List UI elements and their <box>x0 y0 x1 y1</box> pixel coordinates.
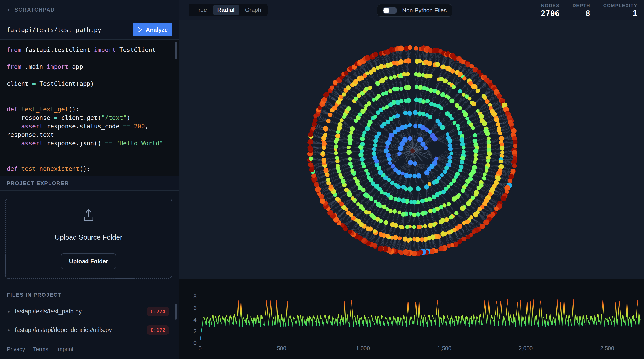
svg-text:2,500: 2,500 <box>600 345 614 352</box>
chevron-right-icon: ▸ <box>8 328 10 332</box>
svg-text:2,000: 2,000 <box>519 345 533 352</box>
stat-complexity-value: 1 <box>603 9 637 18</box>
svg-text:500: 500 <box>277 345 286 352</box>
stat-complexity-label: COMPLEXITY <box>603 3 637 8</box>
code-line <box>7 156 170 164</box>
chevron-right-icon: ▸ <box>8 309 10 314</box>
code-editor[interactable]: from fastapi.testclient import TestClien… <box>0 40 179 176</box>
svg-text:2: 2 <box>194 328 196 334</box>
non-python-files-toggle[interactable]: Non-Python Files <box>377 4 452 16</box>
svg-text:4: 4 <box>194 316 196 323</box>
toggle-track[interactable] <box>383 7 397 14</box>
scratchpad-header[interactable]: ▼ SCRATCHPAD <box>0 0 179 20</box>
svg-text:1,000: 1,000 <box>356 345 370 352</box>
svg-text:6: 6 <box>194 305 196 311</box>
file-row-utils[interactable]: ▸ fastapi/fastapi/dependencies/utils.py … <box>0 321 179 339</box>
scratchpad-file-row: fastapi/tests/test_path.py Analyze <box>0 20 179 40</box>
code-line: from .main import app <box>7 62 170 71</box>
code-line: response.text <box>7 130 170 139</box>
code-line: def test_nonexistent(): <box>7 164 170 173</box>
toggle-label: Non-Python Files <box>402 7 446 14</box>
complexity-badge: C:224 <box>147 307 169 316</box>
files-in-project-title: FILES IN PROJECT <box>7 292 61 298</box>
stat-depth-value: 8 <box>572 9 590 18</box>
svg-text:8: 8 <box>194 293 196 300</box>
stat-complexity: COMPLEXITY 1 <box>603 3 637 18</box>
main-area: Tree Radial Graph Non-Python Files NODES… <box>179 0 644 359</box>
code-line <box>7 88 170 96</box>
privacy-link[interactable]: Privacy <box>7 346 25 352</box>
code-line <box>7 148 170 156</box>
play-icon <box>137 27 143 33</box>
tab-radial[interactable]: Radial <box>213 5 239 15</box>
project-explorer-title: PROJECT EXPLORER <box>7 180 69 186</box>
code-line <box>7 71 170 80</box>
upload-folder-button[interactable]: Upload Folder <box>61 254 116 269</box>
analyze-button[interactable]: Analyze <box>132 23 172 36</box>
stat-nodes-label: NODES <box>541 3 560 8</box>
svg-text:0: 0 <box>194 340 196 346</box>
project-explorer-header: PROJECT EXPLORER <box>0 176 179 191</box>
files-in-project-header: FILES IN PROJECT <box>0 288 179 302</box>
upload-dropzone[interactable]: Upload Source Folder Upload Folder <box>5 198 172 278</box>
upload-icon <box>81 208 96 223</box>
topbar: Tree Radial Graph Non-Python Files NODES… <box>179 0 644 20</box>
code-line: response = client.get("/text") <box>7 114 170 122</box>
tab-graph[interactable]: Graph <box>240 5 266 15</box>
code-line: from fastapi.testclient import TestClien… <box>7 46 170 54</box>
upload-text: Upload Source Folder <box>55 233 122 242</box>
svg-text:1,500: 1,500 <box>438 345 452 352</box>
depth-chart-panel[interactable]: 0246805001,0001,5002,0002,500 <box>179 279 644 359</box>
stat-depth: DEPTH 8 <box>572 3 590 18</box>
sidebar: ▼ SCRATCHPAD fastapi/tests/test_path.py … <box>0 0 179 359</box>
scratchpad-title: SCRATCHPAD <box>14 7 55 13</box>
file-path-label: fastapi/tests/test_path.py <box>15 308 142 315</box>
analyze-label: Analyze <box>146 26 168 33</box>
file-list-scrollbar[interactable] <box>175 304 177 320</box>
depth-sequence-chart-svg[interactable]: 0246805001,0001,5002,0002,500 <box>179 279 644 359</box>
stat-depth-label: DEPTH <box>572 3 590 8</box>
stats-bar: NODES 2706 DEPTH 8 COMPLEXITY 1 <box>541 3 637 18</box>
imprint-link[interactable]: Imprint <box>56 346 73 352</box>
code-line: assert response.status_code == 200, <box>7 122 170 130</box>
chevron-down-icon: ▼ <box>7 8 10 12</box>
file-list: ▸ fastapi/tests/test_path.py C:224 ▸ fas… <box>0 302 179 339</box>
tab-tree[interactable]: Tree <box>191 5 212 15</box>
view-mode-tabs: Tree Radial Graph <box>188 4 268 16</box>
code-line <box>7 96 170 105</box>
file-path-label: fastapi/fastapi/dependencies/utils.py <box>15 326 142 334</box>
scratchpad-file-path: fastapi/tests/test_path.py <box>7 26 132 33</box>
file-row-test-path[interactable]: ▸ fastapi/tests/test_path.py C:224 <box>0 302 179 321</box>
code-line: assert response.json() == "Hello World" <box>7 139 170 148</box>
complexity-badge: C:172 <box>147 326 169 335</box>
sidebar-footer: Privacy Terms Imprint <box>0 340 179 359</box>
stat-nodes-value: 2706 <box>541 9 560 18</box>
toggle-knob[interactable] <box>384 8 389 14</box>
svg-text:0: 0 <box>198 345 202 352</box>
radial-tree-svg[interactable] <box>179 20 644 279</box>
stat-nodes: NODES 2706 <box>541 3 560 18</box>
radial-visualization-panel[interactable] <box>179 20 644 279</box>
code-editor-scrollbar[interactable] <box>175 42 177 60</box>
code-line: client = TestClient(app) <box>7 80 170 88</box>
terms-link[interactable]: Terms <box>33 346 48 352</box>
code-line: def test_text_get(): <box>7 105 170 114</box>
code-line <box>7 54 170 62</box>
